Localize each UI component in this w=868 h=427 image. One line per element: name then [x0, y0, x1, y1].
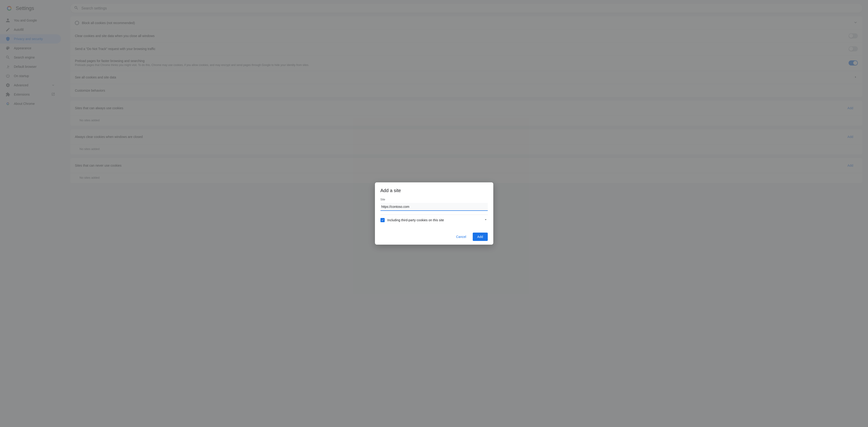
dialog-title: Add a site: [380, 188, 488, 193]
dialog-checkbox-row[interactable]: Including third-party cookies on this si…: [380, 215, 488, 225]
dialog-site-label: Site: [380, 198, 488, 201]
dialog-actions: Cancel Add: [375, 229, 493, 245]
third-party-cookies-checkbox[interactable]: [380, 218, 385, 222]
third-party-cookies-label: Including third-party cookies on this si…: [388, 218, 481, 222]
add-button[interactable]: Add: [473, 233, 488, 241]
modal-overlay[interactable]: Add a site Site Including third-party co…: [0, 0, 868, 427]
dialog-body: Add a site Site Including third-party co…: [375, 182, 493, 229]
dialog-site-input[interactable]: [380, 203, 488, 211]
checkbox-dropdown-icon: [484, 218, 488, 222]
add-site-dialog: Add a site Site Including third-party co…: [375, 182, 493, 245]
cancel-button[interactable]: Cancel: [452, 233, 471, 241]
dialog-site-field-container: Site: [380, 198, 488, 211]
